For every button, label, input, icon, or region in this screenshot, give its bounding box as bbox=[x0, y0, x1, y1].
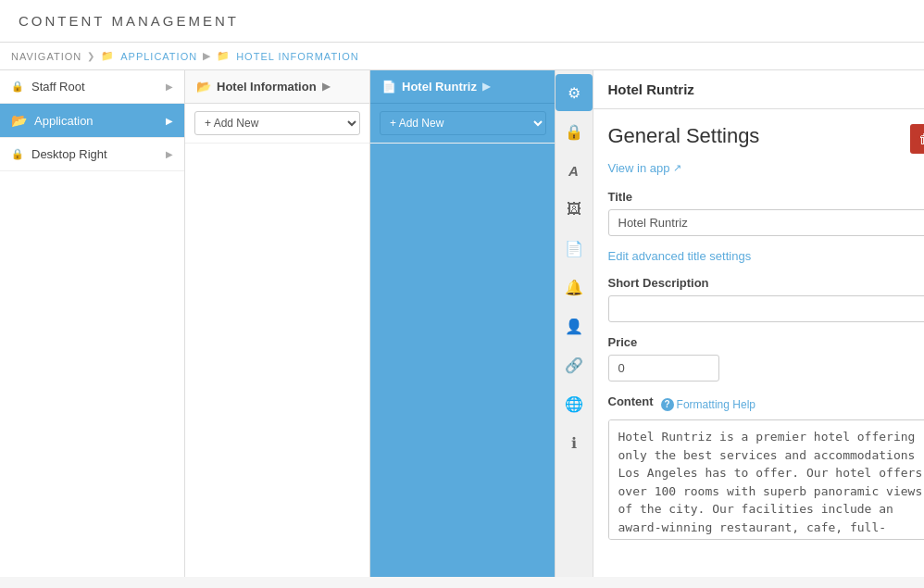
title-input[interactable] bbox=[608, 209, 925, 236]
short-desc-label: Short Description bbox=[608, 276, 925, 290]
icon-bell[interactable]: 🔔 bbox=[556, 269, 593, 306]
sidebar-arrow-application: ▶ bbox=[166, 116, 173, 126]
hotel-runtriz-add-new-select[interactable]: + Add New bbox=[380, 111, 546, 135]
hotel-runtriz-add-new-row: + Add New bbox=[370, 104, 556, 144]
hotel-information-title: Hotel Information bbox=[217, 80, 317, 94]
breadcrumb-sep: ▶ bbox=[203, 50, 211, 62]
main-layout: 🔒 Staff Root ▶ 📂 Application ▶ 🔒 Desktop… bbox=[0, 70, 924, 577]
view-in-app-link[interactable]: View in app ↗ bbox=[608, 161, 682, 175]
formatting-help-label: Formatting Help bbox=[677, 398, 755, 411]
hotel-runtriz-arrow: ▶ bbox=[482, 81, 490, 93]
icon-lock[interactable]: 🔒 bbox=[556, 113, 593, 150]
icon-document[interactable]: 📄 bbox=[556, 230, 593, 267]
content-textarea[interactable]: Hotel Runtriz is a premier hotel offerin… bbox=[608, 419, 925, 540]
hotel-info-arrow: ▶ bbox=[322, 81, 330, 93]
hotel-info-add-new-row: + Add New bbox=[185, 104, 369, 144]
breadcrumb-application-link[interactable]: APPLICATION bbox=[120, 51, 197, 62]
icon-image[interactable]: 🖼 bbox=[556, 191, 593, 228]
sidebar-label-staff-root: Staff Root bbox=[31, 80, 85, 94]
sidebar-item-desktop-right[interactable]: 🔒 Desktop Right ▶ bbox=[0, 138, 184, 171]
app-title: CONTENT MANAGEMENT bbox=[19, 13, 239, 29]
left-sidebar: 🔒 Staff Root ▶ 📂 Application ▶ 🔒 Desktop… bbox=[0, 70, 185, 577]
sidebar-item-application[interactable]: 📂 Application ▶ bbox=[0, 104, 184, 138]
folder-icon-application: 📂 bbox=[11, 113, 27, 128]
sidebar-arrow-desktop: ▶ bbox=[166, 149, 173, 159]
top-bar: CONTENT MANAGEMENT bbox=[0, 0, 924, 43]
formatting-help-link[interactable]: ? Formatting Help bbox=[661, 398, 755, 411]
adv-title-settings-link[interactable]: Edit advanced title settings bbox=[608, 249, 925, 263]
breadcrumb-nav-label: NAVIGATION bbox=[11, 51, 81, 62]
icon-gear[interactable]: ⚙ bbox=[556, 74, 593, 111]
short-desc-input[interactable] bbox=[608, 295, 925, 322]
view-in-app-label: View in app bbox=[608, 161, 670, 175]
right-panel: Hotel Runtriz General Settings 🗑 View in… bbox=[593, 70, 925, 577]
icon-link[interactable]: 🔗 bbox=[556, 346, 593, 383]
breadcrumb-hotel-info-link[interactable]: HOTEL INFORMATION bbox=[236, 51, 359, 62]
sidebar-label-desktop-right: Desktop Right bbox=[31, 147, 107, 161]
column-area: 📂 Hotel Information ▶ + Add New 📄 Hotel … bbox=[185, 70, 556, 577]
file-icon-hotel-runtriz: 📄 bbox=[381, 80, 396, 94]
price-field-group: Price bbox=[608, 335, 925, 382]
breadcrumb-arrow-1: ❯ bbox=[87, 51, 95, 61]
sidebar-label-application: Application bbox=[34, 114, 94, 128]
lock-icon-staff: 🔒 bbox=[11, 81, 24, 93]
right-section: ⚙ 🔒 A 🖼 📄 🔔 👤 🔗 🌐 ℹ Hotel Runtriz Genera… bbox=[556, 70, 925, 577]
hotel-runtriz-column: 📄 Hotel Runtriz ▶ + Add New bbox=[370, 70, 556, 577]
lock-icon-desktop: 🔒 bbox=[11, 148, 24, 160]
hotel-info-add-new-select[interactable]: + Add New bbox=[194, 111, 360, 135]
icon-globe[interactable]: 🌐 bbox=[556, 385, 593, 422]
icon-info[interactable]: ℹ bbox=[556, 424, 593, 461]
icon-user[interactable]: 👤 bbox=[556, 307, 593, 344]
hotel-runtriz-header: 📄 Hotel Runtriz ▶ bbox=[370, 70, 556, 104]
breadcrumb: NAVIGATION ❯ 📁 APPLICATION ▶ 📁 HOTEL INF… bbox=[0, 43, 924, 70]
title-field-label: Title bbox=[608, 190, 925, 204]
icon-sidebar: ⚙ 🔒 A 🖼 📄 🔔 👤 🔗 🌐 ℹ bbox=[556, 70, 593, 577]
sidebar-arrow-staff: ▶ bbox=[166, 81, 173, 92]
title-field-group: Title bbox=[608, 190, 925, 236]
icon-translate[interactable]: A bbox=[556, 152, 593, 189]
hotel-runtriz-title: Hotel Runtriz bbox=[402, 80, 477, 94]
price-label: Price bbox=[608, 335, 925, 349]
panel-content: General Settings 🗑 View in app ↗ Title E… bbox=[593, 109, 925, 577]
content-label-row: Content ? Formatting Help bbox=[608, 394, 925, 414]
content-label: Content bbox=[608, 394, 654, 408]
external-link-icon: ↗ bbox=[673, 162, 681, 174]
content-field-group: Content ? Formatting Help Hotel Runtriz … bbox=[608, 394, 925, 543]
delete-button[interactable]: 🗑 bbox=[910, 124, 925, 154]
hotel-information-column: 📂 Hotel Information ▶ + Add New bbox=[185, 70, 370, 577]
short-desc-field-group: Short Description bbox=[608, 276, 925, 322]
right-panel-header: Hotel Runtriz bbox=[593, 70, 925, 109]
sidebar-item-staff-root[interactable]: 🔒 Staff Root ▶ bbox=[0, 70, 184, 104]
hotel-information-header: 📂 Hotel Information ▶ bbox=[185, 70, 369, 104]
help-icon: ? bbox=[661, 398, 674, 411]
right-panel-title: Hotel Runtriz bbox=[608, 81, 694, 97]
price-input[interactable] bbox=[608, 355, 719, 382]
general-settings-row: General Settings 🗑 bbox=[608, 124, 925, 154]
folder-icon-hotel-info: 📂 bbox=[196, 80, 211, 94]
breadcrumb-folder-icon-2: 📁 bbox=[217, 50, 231, 62]
general-settings-title: General Settings bbox=[608, 124, 760, 148]
breadcrumb-folder-icon-1: 📁 bbox=[101, 50, 115, 62]
